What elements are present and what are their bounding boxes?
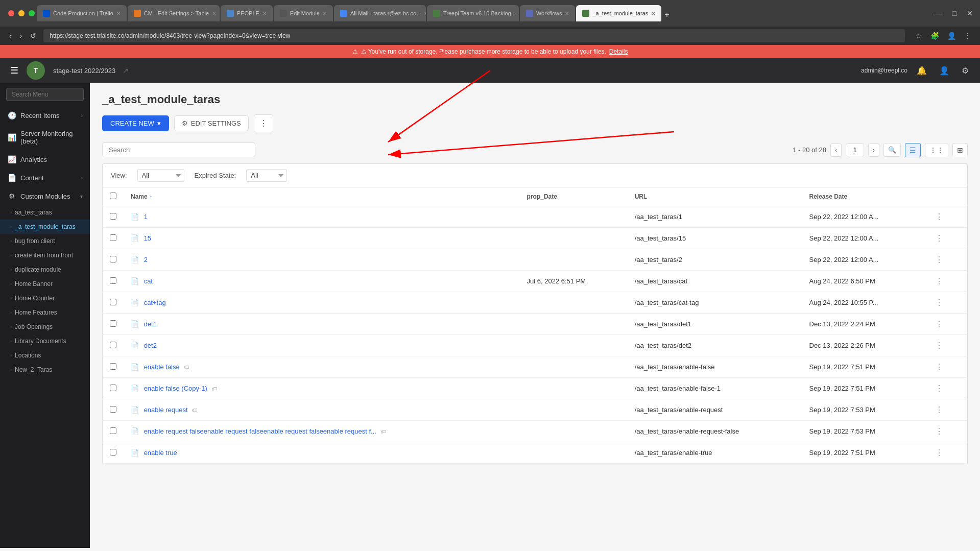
tab-close-people[interactable]: ✕ [262, 11, 267, 16]
row-checkbox[interactable] [110, 449, 116, 456]
window-minimize-btn[interactable]: — [932, 7, 945, 19]
row-actions-button[interactable]: ⋮ [932, 382, 946, 394]
row-checkbox[interactable] [110, 427, 116, 434]
grid-view-button[interactable]: ⊞ [952, 143, 968, 157]
item-name-link[interactable]: enable true [144, 449, 177, 457]
sidebar-item-server-monitoring[interactable]: 📊 Server Monitoring (beta) [0, 125, 90, 150]
row-actions-button[interactable]: ⋮ [932, 340, 946, 351]
row-actions-button[interactable]: ⋮ [932, 254, 946, 266]
row-checkbox[interactable] [110, 299, 116, 305]
sidebar-item-locations[interactable]: › Locations [0, 348, 90, 363]
row-checkbox[interactable] [110, 234, 116, 241]
sidebar-item-a-test-module-taras[interactable]: › _a_test_module_taras [0, 220, 90, 234]
new-tab-button[interactable]: + [662, 8, 671, 21]
pagination-prev-button[interactable]: ‹ [830, 143, 842, 157]
row-actions-button[interactable]: ⋮ [932, 361, 946, 373]
item-name-link[interactable]: cat [144, 277, 153, 285]
row-checkbox[interactable] [110, 363, 116, 370]
close-btn[interactable] [8, 10, 14, 16]
expired-filter-select[interactable]: All Active Expired [246, 169, 287, 182]
item-name-link[interactable]: enable request [144, 406, 188, 414]
back-button[interactable]: ‹ [6, 30, 15, 42]
select-all-checkbox[interactable] [110, 193, 116, 199]
row-checkbox[interactable] [110, 277, 116, 284]
tab-trello[interactable]: Code Production | Trello ✕ [37, 5, 127, 21]
tab-close-mail[interactable]: ✕ [424, 11, 426, 16]
tab-close-edit[interactable]: ✕ [323, 11, 327, 16]
window-resize-btn[interactable]: □ [949, 7, 960, 19]
hamburger-button[interactable]: ☰ [8, 63, 20, 78]
tab-cm-edit[interactable]: CM - Edit Settings > Table ✕ [128, 5, 220, 21]
extensions-icon[interactable]: 🧩 [928, 31, 942, 41]
item-name-link[interactable]: cat+tag [144, 299, 166, 306]
tab-close-cm[interactable]: ✕ [212, 11, 216, 16]
sidebar-item-home-counter[interactable]: › Home Counter [0, 291, 90, 305]
item-name-link[interactable]: 15 [144, 234, 151, 242]
item-name-link[interactable]: 1 [144, 213, 148, 221]
view-filter-select[interactable]: All Published Draft [137, 169, 184, 182]
row-actions-button[interactable]: ⋮ [932, 211, 946, 223]
list-search-input[interactable] [102, 142, 255, 157]
row-actions-button[interactable]: ⋮ [932, 318, 946, 330]
minimize-btn[interactable] [18, 10, 25, 16]
external-link-icon[interactable]: ↗ [123, 66, 129, 75]
sidebar-item-home-features[interactable]: › Home Features [0, 305, 90, 320]
pagination-next-button[interactable]: › [868, 143, 879, 157]
settings-button[interactable]: ⚙ [959, 63, 972, 79]
item-name-link[interactable]: det1 [144, 320, 157, 328]
tab-close-wf[interactable]: ✕ [565, 11, 569, 16]
bookmark-icon[interactable]: ☆ [913, 31, 925, 41]
row-checkbox[interactable] [110, 320, 116, 327]
reload-button[interactable]: ↺ [27, 30, 39, 42]
row-checkbox[interactable] [110, 342, 116, 348]
menu-dots-icon[interactable]: ⋮ [962, 31, 974, 41]
row-actions-button[interactable]: ⋮ [932, 447, 946, 459]
window-close-btn[interactable]: ✕ [964, 7, 976, 19]
row-checkbox[interactable] [110, 406, 116, 413]
more-options-button[interactable]: ⋮ [254, 114, 273, 132]
sidebar-item-duplicate-module[interactable]: › duplicate module [0, 262, 90, 277]
sidebar-item-content[interactable]: 📄 Content › [0, 169, 90, 187]
sidebar-item-recent-items[interactable]: 🕐 Recent Items › [0, 106, 90, 125]
sidebar-item-library-documents[interactable]: › Library Documents [0, 334, 90, 348]
tree-view-button[interactable]: ⋮⋮ [925, 143, 948, 157]
row-actions-button[interactable]: ⋮ [932, 297, 946, 308]
row-actions-button[interactable]: ⋮ [932, 275, 946, 287]
sidebar-item-create-item-from-front[interactable]: › create item from front [0, 248, 90, 262]
row-checkbox[interactable] [110, 213, 116, 220]
sidebar-search-input[interactable] [6, 88, 84, 101]
tab-close-active[interactable]: ✕ [651, 11, 655, 16]
warning-details-link[interactable]: Details [609, 48, 628, 55]
sidebar-item-new-2-taras[interactable]: › New_2_Taras [0, 363, 90, 377]
row-actions-button[interactable]: ⋮ [932, 425, 946, 437]
maximize-btn[interactable] [29, 10, 35, 16]
item-name-link[interactable]: det2 [144, 342, 157, 349]
forward-button[interactable]: › [17, 30, 26, 42]
tab-all-mail[interactable]: All Mail - taras.r@ez-bc.co... ✕ [334, 5, 426, 21]
sidebar-item-analytics[interactable]: 📈 Analytics [0, 150, 90, 169]
profile-circle-icon[interactable]: 👤 [945, 31, 959, 41]
sidebar-item-bug-from-client[interactable]: › bug from client [0, 234, 90, 248]
edit-settings-button[interactable]: ⚙ EDIT SETTINGS [174, 115, 249, 131]
item-name-link[interactable]: enable request falseenable request false… [144, 427, 376, 435]
item-name-link[interactable]: 2 [144, 256, 148, 263]
name-sort-button[interactable]: Name ↑ [131, 193, 513, 200]
pagination-page-input[interactable] [846, 143, 864, 156]
create-new-button[interactable]: CREATE NEW ▾ [102, 115, 169, 131]
tab-workflows[interactable]: Workflows ✕ [520, 5, 576, 21]
tab-close-trello[interactable]: ✕ [116, 11, 121, 16]
tab-people[interactable]: PEOPLE ✕ [221, 5, 273, 21]
row-actions-button[interactable]: ⋮ [932, 404, 946, 416]
row-checkbox[interactable] [110, 256, 116, 262]
sidebar-item-home-banner[interactable]: › Home Banner [0, 277, 90, 291]
row-actions-button[interactable]: ⋮ [932, 232, 946, 244]
tab-edit-module[interactable]: Edit Module ✕ [274, 5, 333, 21]
tab-test-module[interactable]: _a_test_module_taras ✕ [576, 5, 661, 21]
row-checkbox[interactable] [110, 385, 116, 391]
search-toggle-button[interactable]: 🔍 [883, 143, 901, 157]
bell-button[interactable]: 🔔 [914, 63, 930, 79]
sidebar-item-custom-modules[interactable]: ⚙ Custom Modules ▾ [0, 187, 90, 205]
item-name-link[interactable]: enable false [144, 363, 180, 371]
sidebar-item-job-openings[interactable]: › Job Openings [0, 320, 90, 334]
tab-treepl[interactable]: Treepl Team v6.10 Backlog... ✕ [427, 5, 519, 21]
